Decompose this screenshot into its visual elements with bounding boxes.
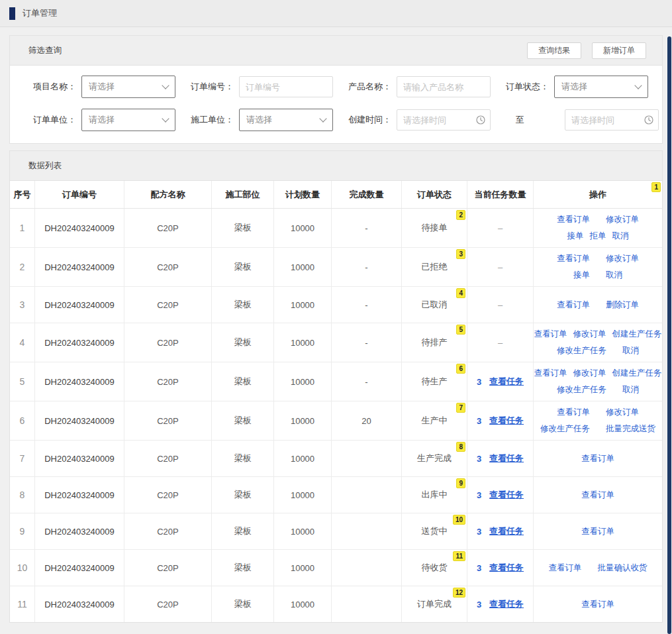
actions-cell: 查看订单 bbox=[534, 477, 662, 513]
chevron-down-icon bbox=[162, 115, 169, 122]
table-body: 1DH202403240009C20P梁板10000-待接单2–查看订单修改订单… bbox=[10, 209, 662, 622]
query-results-button[interactable]: 查询结果 bbox=[527, 42, 581, 59]
status-label: 出库中 bbox=[422, 489, 448, 501]
actions-cell: 查看订单批量确认收货 bbox=[534, 550, 662, 586]
construction-unit-label: 施工单位： bbox=[175, 114, 239, 126]
action-link[interactable]: 批量完成送货 bbox=[606, 423, 655, 435]
completed-qty-cell bbox=[332, 441, 402, 476]
project-name-label: 项目名称： bbox=[18, 81, 81, 93]
action-link[interactable]: 删除订单 bbox=[606, 299, 639, 311]
view-tasks-link[interactable]: 查看任务 bbox=[489, 415, 524, 427]
view-tasks-link[interactable]: 查看任务 bbox=[489, 376, 524, 388]
task-count-cell: 3查看任务 bbox=[467, 441, 534, 476]
annotation-badge: 5 bbox=[456, 325, 465, 335]
field-order-number: 订单编号： bbox=[175, 76, 333, 98]
task-count-cell: – bbox=[467, 248, 534, 286]
task-count-cell: 3查看任务 bbox=[467, 362, 534, 401]
status-label: 待收货 bbox=[422, 562, 448, 574]
action-link[interactable]: 接单 bbox=[567, 231, 584, 242]
view-tasks-link[interactable]: 查看任务 bbox=[489, 489, 524, 501]
task-count-cell: 3查看任务 bbox=[467, 586, 534, 622]
status-label: 待接单 bbox=[422, 222, 448, 234]
actions-cell: 查看订单修改订单创建生产任务修改生产任务取消 bbox=[534, 362, 662, 401]
order-status-cell: 出库中9 bbox=[402, 477, 467, 513]
task-count: 3 bbox=[477, 527, 481, 537]
action-link[interactable]: 查看订单 bbox=[581, 526, 614, 537]
action-line: 修改生产任务批量完成送货 bbox=[540, 423, 655, 435]
recipe-name-cell: C20P bbox=[124, 287, 212, 323]
order-unit-select[interactable]: 请选择 bbox=[81, 109, 175, 131]
action-line: 查看订单修改订单创建生产任务 bbox=[534, 329, 662, 340]
action-line: 查看订单修改订单 bbox=[557, 253, 639, 264]
completed-qty-cell: - bbox=[332, 248, 402, 286]
construction-part-cell: 梁板 bbox=[212, 287, 274, 323]
project-name-select[interactable]: 请选择 bbox=[81, 76, 175, 98]
action-link[interactable]: 修改订单 bbox=[606, 407, 639, 418]
view-tasks-link[interactable]: 查看任务 bbox=[489, 452, 524, 464]
action-link[interactable]: 查看订单 bbox=[549, 562, 582, 574]
order-status-cell: 已取消4 bbox=[402, 287, 467, 323]
construction-unit-select[interactable]: 请选择 bbox=[239, 109, 333, 131]
action-link[interactable]: 接单 bbox=[573, 270, 590, 281]
action-link[interactable]: 修改生产任务 bbox=[540, 423, 590, 435]
action-line: 查看订单删除订单 bbox=[557, 299, 639, 311]
status-label: 送货中 bbox=[422, 525, 448, 537]
action-link[interactable]: 修改订单 bbox=[606, 253, 639, 264]
recipe-name-cell: C20P bbox=[124, 513, 212, 549]
status-label: 已拒绝 bbox=[422, 261, 448, 273]
annotation-badge: 3 bbox=[456, 249, 465, 259]
task-count-cell: – bbox=[467, 287, 534, 323]
action-link[interactable]: 查看订单 bbox=[557, 214, 590, 225]
action-link[interactable]: 修改订单 bbox=[573, 329, 606, 340]
table-row: 9DH202403240009C20P梁板10000送货中103查看任务查看订单 bbox=[10, 513, 662, 550]
page-title: 订单管理 bbox=[23, 7, 57, 19]
create-time-start-input[interactable] bbox=[397, 109, 491, 131]
action-link[interactable]: 修改生产任务 bbox=[557, 384, 606, 396]
view-tasks-link[interactable]: 查看任务 bbox=[489, 525, 524, 537]
action-link[interactable]: 拒单 bbox=[590, 231, 606, 242]
view-tasks-link[interactable]: 查看任务 bbox=[489, 562, 524, 574]
action-link[interactable]: 批量确认收货 bbox=[598, 562, 648, 574]
product-name-input[interactable] bbox=[397, 76, 491, 97]
task-count: 3 bbox=[477, 454, 481, 464]
order-status-select[interactable]: 请选择 bbox=[554, 76, 648, 98]
vertical-scrollbar[interactable] bbox=[667, 36, 671, 634]
recipe-name-cell: C20P bbox=[124, 362, 212, 401]
task-count: 3 bbox=[477, 416, 481, 426]
planned-qty-cell: 10000 bbox=[274, 362, 332, 401]
action-link[interactable]: 取消 bbox=[612, 231, 629, 242]
action-link[interactable]: 创建生产任务 bbox=[612, 368, 662, 379]
task-count-cell: – bbox=[467, 209, 534, 247]
action-link[interactable]: 查看订单 bbox=[581, 490, 614, 501]
action-link[interactable]: 查看订单 bbox=[581, 453, 614, 464]
add-order-button[interactable]: 新增订单 bbox=[592, 42, 646, 59]
task-count: 3 bbox=[477, 377, 481, 387]
annotation-badge: 1 bbox=[651, 182, 661, 192]
action-link[interactable]: 修改订单 bbox=[573, 368, 606, 379]
order-number-cell: DH202403240009 bbox=[35, 441, 124, 476]
action-line: 查看订单修改订单创建生产任务 bbox=[534, 368, 662, 379]
action-link[interactable]: 查看订单 bbox=[581, 599, 614, 610]
action-link[interactable]: 修改生产任务 bbox=[557, 345, 606, 356]
action-link[interactable]: 修改订单 bbox=[606, 214, 639, 225]
action-link[interactable]: 查看订单 bbox=[534, 329, 567, 340]
row-index-cell: 11 bbox=[10, 586, 35, 622]
action-link[interactable]: 查看订单 bbox=[557, 407, 590, 418]
action-link[interactable]: 取消 bbox=[622, 384, 639, 396]
task-count-cell: 3查看任务 bbox=[467, 401, 534, 440]
view-tasks-link[interactable]: 查看任务 bbox=[489, 598, 524, 610]
actions-cell: 查看订单 bbox=[534, 586, 662, 622]
action-link[interactable]: 取消 bbox=[606, 270, 622, 281]
action-link[interactable]: 查看订单 bbox=[557, 253, 590, 264]
select-value: 请选择 bbox=[561, 81, 587, 93]
completed-qty-cell bbox=[332, 550, 402, 586]
status-label: 生产完成 bbox=[417, 452, 452, 464]
action-link[interactable]: 查看订单 bbox=[557, 299, 590, 311]
action-link[interactable]: 取消 bbox=[622, 345, 639, 356]
planned-qty-cell: 10000 bbox=[274, 513, 332, 549]
task-count-empty: – bbox=[498, 338, 503, 348]
create-time-end-input[interactable] bbox=[565, 109, 659, 131]
action-link[interactable]: 创建生产任务 bbox=[612, 329, 662, 340]
action-link[interactable]: 查看订单 bbox=[534, 368, 567, 379]
order-number-input[interactable] bbox=[239, 76, 333, 97]
